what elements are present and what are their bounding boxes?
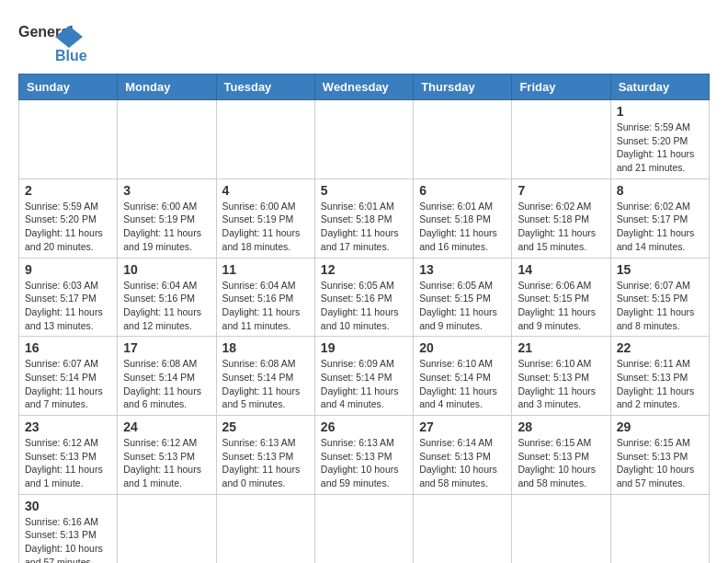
calendar-cell: [314, 494, 413, 563]
day-info: Sunrise: 6:15 AM Sunset: 5:13 PM Dayligh…: [518, 436, 604, 490]
day-number: 21: [518, 340, 604, 355]
calendar-cell: [118, 494, 216, 563]
day-info: Sunrise: 6:12 AM Sunset: 5:13 PM Dayligh…: [25, 436, 111, 490]
day-info: Sunrise: 6:16 AM Sunset: 5:13 PM Dayligh…: [25, 515, 111, 563]
day-info: Sunrise: 6:02 AM Sunset: 5:17 PM Dayligh…: [617, 200, 703, 254]
generalblue-logo-icon: GeneralBlue: [18, 18, 92, 64]
day-number: 15: [617, 262, 703, 277]
calendar-table: SundayMondayTuesdayWednesdayThursdayFrid…: [18, 74, 710, 563]
day-number: 25: [222, 419, 309, 434]
calendar-cell: 15Sunrise: 6:07 AM Sunset: 5:15 PM Dayli…: [610, 258, 709, 337]
calendar-cell: [216, 494, 314, 563]
day-info: Sunrise: 6:01 AM Sunset: 5:18 PM Dayligh…: [419, 200, 506, 254]
day-number: 22: [617, 340, 703, 355]
calendar-cell: 18Sunrise: 6:08 AM Sunset: 5:14 PM Dayli…: [216, 337, 314, 416]
calendar-cell: [610, 494, 709, 563]
day-info: Sunrise: 6:01 AM Sunset: 5:18 PM Dayligh…: [321, 200, 407, 254]
calendar-cell: 29Sunrise: 6:15 AM Sunset: 5:13 PM Dayli…: [610, 416, 709, 495]
calendar-cell: 16Sunrise: 6:07 AM Sunset: 5:14 PM Dayli…: [19, 337, 118, 416]
calendar-cell: 5Sunrise: 6:01 AM Sunset: 5:18 PM Daylig…: [314, 178, 413, 258]
week-row-2: 2Sunrise: 5:59 AM Sunset: 5:20 PM Daylig…: [19, 178, 710, 258]
week-row-3: 9Sunrise: 6:03 AM Sunset: 5:17 PM Daylig…: [19, 258, 710, 337]
day-number: 6: [419, 183, 506, 198]
calendar-cell: [19, 100, 118, 179]
day-header-thursday: Thursday: [414, 75, 512, 100]
day-info: Sunrise: 6:07 AM Sunset: 5:14 PM Dayligh…: [25, 357, 111, 411]
day-number: 24: [123, 419, 210, 434]
day-number: 4: [222, 183, 309, 198]
day-number: 8: [617, 183, 703, 198]
calendar-cell: 12Sunrise: 6:05 AM Sunset: 5:16 PM Dayli…: [314, 258, 413, 337]
calendar-cell: [414, 494, 512, 563]
day-number: 7: [518, 183, 604, 198]
calendar-cell: 10Sunrise: 6:04 AM Sunset: 5:16 PM Dayli…: [118, 258, 216, 337]
day-number: 30: [25, 499, 111, 513]
day-header-tuesday: Tuesday: [216, 75, 314, 100]
day-number: 19: [321, 340, 407, 355]
calendar-cell: 6Sunrise: 6:01 AM Sunset: 5:18 PM Daylig…: [414, 178, 512, 258]
calendar-cell: 1Sunrise: 5:59 AM Sunset: 5:20 PM Daylig…: [610, 100, 709, 179]
page-header: GeneralBlue: [18, 18, 710, 64]
calendar-cell: [118, 100, 216, 179]
day-info: Sunrise: 6:05 AM Sunset: 5:16 PM Dayligh…: [321, 279, 407, 333]
day-info: Sunrise: 5:59 AM Sunset: 5:20 PM Dayligh…: [617, 121, 703, 175]
day-header-sunday: Sunday: [19, 75, 118, 100]
day-number: 28: [518, 419, 604, 434]
calendar-cell: 27Sunrise: 6:14 AM Sunset: 5:13 PM Dayli…: [414, 416, 512, 495]
calendar-cell: 17Sunrise: 6:08 AM Sunset: 5:14 PM Dayli…: [118, 337, 216, 416]
calendar-cell: 28Sunrise: 6:15 AM Sunset: 5:13 PM Dayli…: [512, 416, 610, 495]
calendar-cell: [314, 100, 413, 179]
day-header-friday: Friday: [512, 75, 610, 100]
week-row-1: 1Sunrise: 5:59 AM Sunset: 5:20 PM Daylig…: [19, 100, 710, 179]
day-header-saturday: Saturday: [610, 75, 709, 100]
week-row-4: 16Sunrise: 6:07 AM Sunset: 5:14 PM Dayli…: [19, 337, 710, 416]
calendar-cell: 14Sunrise: 6:06 AM Sunset: 5:15 PM Dayli…: [512, 258, 610, 337]
calendar-cell: [216, 100, 314, 179]
day-info: Sunrise: 6:02 AM Sunset: 5:18 PM Dayligh…: [518, 200, 604, 254]
calendar-cell: 24Sunrise: 6:12 AM Sunset: 5:13 PM Dayli…: [118, 416, 216, 495]
day-number: 12: [321, 262, 407, 277]
day-number: 10: [123, 262, 210, 277]
calendar-cell: 21Sunrise: 6:10 AM Sunset: 5:13 PM Dayli…: [512, 337, 610, 416]
week-row-6: 30Sunrise: 6:16 AM Sunset: 5:13 PM Dayli…: [19, 494, 710, 563]
day-number: 23: [25, 419, 111, 434]
day-info: Sunrise: 6:08 AM Sunset: 5:14 PM Dayligh…: [222, 357, 309, 411]
day-info: Sunrise: 6:14 AM Sunset: 5:13 PM Dayligh…: [419, 436, 506, 490]
day-info: Sunrise: 6:00 AM Sunset: 5:19 PM Dayligh…: [123, 200, 210, 254]
calendar-cell: 23Sunrise: 6:12 AM Sunset: 5:13 PM Dayli…: [19, 416, 118, 495]
day-info: Sunrise: 5:59 AM Sunset: 5:20 PM Dayligh…: [25, 200, 111, 254]
calendar-cell: 8Sunrise: 6:02 AM Sunset: 5:17 PM Daylig…: [610, 178, 709, 258]
day-number: 18: [222, 340, 309, 355]
day-info: Sunrise: 6:13 AM Sunset: 5:13 PM Dayligh…: [222, 436, 309, 490]
day-number: 13: [419, 262, 506, 277]
day-info: Sunrise: 6:09 AM Sunset: 5:14 PM Dayligh…: [321, 357, 407, 411]
calendar-cell: 25Sunrise: 6:13 AM Sunset: 5:13 PM Dayli…: [216, 416, 314, 495]
day-number: 17: [123, 340, 210, 355]
day-info: Sunrise: 6:15 AM Sunset: 5:13 PM Dayligh…: [617, 436, 703, 490]
calendar-cell: 11Sunrise: 6:04 AM Sunset: 5:16 PM Dayli…: [216, 258, 314, 337]
day-info: Sunrise: 6:05 AM Sunset: 5:15 PM Dayligh…: [419, 279, 506, 333]
day-number: 5: [321, 183, 407, 198]
day-header-monday: Monday: [118, 75, 216, 100]
day-number: 29: [617, 419, 703, 434]
calendar-cell: [512, 494, 610, 563]
calendar-cell: 22Sunrise: 6:11 AM Sunset: 5:13 PM Dayli…: [610, 337, 709, 416]
calendar-cell: 20Sunrise: 6:10 AM Sunset: 5:14 PM Dayli…: [414, 337, 512, 416]
calendar-cell: 26Sunrise: 6:13 AM Sunset: 5:13 PM Dayli…: [314, 416, 413, 495]
day-number: 2: [25, 183, 111, 198]
calendar-cell: 7Sunrise: 6:02 AM Sunset: 5:18 PM Daylig…: [512, 178, 610, 258]
day-info: Sunrise: 6:00 AM Sunset: 5:19 PM Dayligh…: [222, 200, 309, 254]
calendar-cell: 30Sunrise: 6:16 AM Sunset: 5:13 PM Dayli…: [19, 494, 118, 563]
day-info: Sunrise: 6:06 AM Sunset: 5:15 PM Dayligh…: [518, 279, 604, 333]
day-info: Sunrise: 6:04 AM Sunset: 5:16 PM Dayligh…: [222, 279, 309, 333]
week-row-5: 23Sunrise: 6:12 AM Sunset: 5:13 PM Dayli…: [19, 416, 710, 495]
day-info: Sunrise: 6:10 AM Sunset: 5:13 PM Dayligh…: [518, 357, 604, 411]
calendar-cell: 2Sunrise: 5:59 AM Sunset: 5:20 PM Daylig…: [19, 178, 118, 258]
logo: GeneralBlue: [18, 18, 92, 64]
calendar-cell: 9Sunrise: 6:03 AM Sunset: 5:17 PM Daylig…: [19, 258, 118, 337]
day-info: Sunrise: 6:12 AM Sunset: 5:13 PM Dayligh…: [123, 436, 210, 490]
day-number: 9: [25, 262, 111, 277]
days-header-row: SundayMondayTuesdayWednesdayThursdayFrid…: [19, 75, 710, 100]
day-info: Sunrise: 6:11 AM Sunset: 5:13 PM Dayligh…: [617, 357, 703, 411]
calendar-cell: [414, 100, 512, 179]
